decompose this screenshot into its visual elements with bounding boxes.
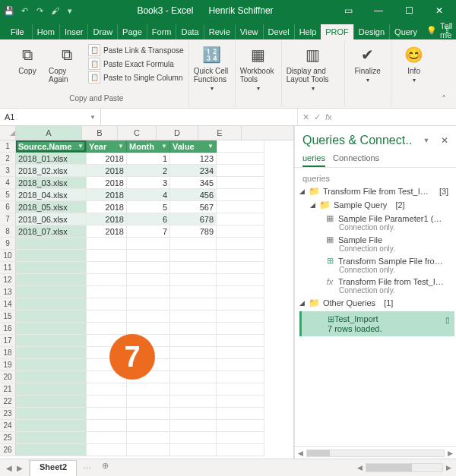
cell[interactable] <box>217 383 264 396</box>
cell[interactable] <box>16 274 87 286</box>
info-button[interactable]: 😊Info▾ <box>396 44 432 84</box>
cell[interactable] <box>127 262 170 274</box>
row-header[interactable]: 6 <box>0 201 16 213</box>
cell[interactable]: 2018 <box>87 201 127 213</box>
select-all-corner[interactable]: ◢ <box>0 126 16 140</box>
pane-close-icon[interactable]: ✕ <box>441 135 448 146</box>
cell[interactable] <box>217 153 264 165</box>
finalize-button[interactable]: ✔Finalize▾ <box>350 44 386 84</box>
cell[interactable]: 2018 <box>87 177 127 189</box>
worksheet-grid[interactable]: ◢ A B C D E 1Source.Name▼Year▼Month▼Valu… <box>0 126 294 459</box>
minimize-icon[interactable]: — <box>365 0 392 21</box>
cell[interactable] <box>217 371 264 383</box>
cell[interactable]: 2 <box>127 165 170 177</box>
group-transform-file[interactable]: ◢📁Transform File from Test_I… [3] <box>299 184 454 198</box>
cell[interactable]: 6 <box>127 213 170 225</box>
query-item[interactable]: ▦Sample File Parameter1 (…Connection onl… <box>299 212 454 233</box>
cell[interactable] <box>217 225 264 238</box>
redo-icon[interactable]: ↷ <box>33 5 46 17</box>
cell[interactable]: 456 <box>170 189 217 201</box>
cell[interactable]: 2018 <box>87 213 127 225</box>
cell[interactable] <box>127 238 170 250</box>
cell[interactable] <box>217 201 264 213</box>
scroll-right-icon[interactable]: ▶ <box>448 449 453 457</box>
cell[interactable] <box>217 262 264 274</box>
cell[interactable] <box>16 371 87 383</box>
cell[interactable] <box>217 444 264 456</box>
row-header[interactable]: 5 <box>0 189 16 201</box>
workbook-tools-button[interactable]: ▦Workbook Tools▾ <box>240 44 277 92</box>
row-header[interactable]: 9 <box>0 238 16 250</box>
cell[interactable] <box>127 311 170 323</box>
sheet-tab[interactable]: Sheet2 <box>30 460 77 476</box>
cell[interactable]: 5 <box>127 201 170 213</box>
query-item[interactable]: ▦Sample FileConnection only. <box>299 233 454 254</box>
col-header-d[interactable]: D <box>157 126 198 140</box>
row-header[interactable]: 14 <box>0 298 16 311</box>
collapse-icon[interactable]: ◢ <box>299 188 306 195</box>
tab-home[interactable]: Hom <box>32 24 59 39</box>
cancel-icon[interactable]: ✕ <box>302 112 309 122</box>
qat-more-icon[interactable]: ▾ <box>64 5 76 17</box>
quick-cell-functions-button[interactable]: 🔢Quick Cell Functions▾ <box>194 44 230 92</box>
cell[interactable]: 2018_03.xlsx <box>16 177 87 189</box>
tab-query[interactable]: Query <box>389 24 422 39</box>
tab-data[interactable]: Data <box>176 24 203 39</box>
row-header[interactable]: 19 <box>0 359 16 371</box>
cell[interactable]: 2018 <box>87 153 127 165</box>
cell[interactable] <box>16 347 87 359</box>
row-header[interactable]: 25 <box>0 432 16 444</box>
cell[interactable] <box>127 396 170 408</box>
row-header[interactable]: 4 <box>0 177 16 189</box>
copy-button[interactable]: ⧉Copy <box>9 44 46 75</box>
tell-me[interactable]: 💡Tell me <box>426 21 456 39</box>
cell[interactable] <box>16 359 87 371</box>
share-icon[interactable]: ⇪ <box>443 24 451 36</box>
cell[interactable]: 2018_07.xlsx <box>16 225 87 238</box>
cell[interactable] <box>87 262 127 274</box>
cell[interactable] <box>87 250 127 262</box>
copy-again-button[interactable]: ⧉Copy Again <box>49 44 85 84</box>
cell[interactable] <box>217 140 264 153</box>
tab-developer[interactable]: Devel <box>263 24 294 39</box>
display-layout-tools-button[interactable]: ▥Display and Layout Tools▾ <box>287 44 340 92</box>
col-header-e[interactable]: E <box>198 126 242 140</box>
pane-menu-icon[interactable]: ▼ <box>423 137 430 144</box>
cell[interactable] <box>16 396 87 408</box>
cell[interactable] <box>87 274 127 286</box>
cell[interactable] <box>127 444 170 456</box>
row-header[interactable]: 18 <box>0 347 16 359</box>
row-header[interactable]: 22 <box>0 396 16 408</box>
cell[interactable] <box>127 298 170 311</box>
tab-view[interactable]: View <box>235 24 263 39</box>
cell[interactable] <box>87 396 127 408</box>
name-box[interactable]: A1▼ <box>0 109 101 125</box>
pane-scrollbar[interactable]: ◀▶ <box>295 446 456 459</box>
row-header[interactable]: 23 <box>0 408 16 420</box>
brush-icon[interactable]: 🖌 <box>49 5 61 17</box>
cell[interactable] <box>87 323 127 335</box>
cell[interactable]: 2018 <box>87 165 127 177</box>
cell[interactable] <box>170 359 217 371</box>
cell[interactable] <box>170 335 217 347</box>
cell[interactable]: 7 <box>127 225 170 238</box>
cell[interactable] <box>127 420 170 432</box>
scroll-left-icon[interactable]: ◀ <box>298 449 303 457</box>
cell[interactable]: 345 <box>170 177 217 189</box>
col-header-a[interactable]: A <box>16 126 82 140</box>
cell[interactable] <box>170 250 217 262</box>
cell[interactable] <box>217 323 264 335</box>
table-header[interactable]: Month▼ <box>127 140 170 153</box>
paste-link-transpose-button[interactable]: 📋Paste Link & Transpose <box>88 44 184 56</box>
cell[interactable] <box>127 250 170 262</box>
cell[interactable] <box>16 298 87 311</box>
sheet-nav-prev-icon[interactable]: ◀ <box>6 464 12 472</box>
group-other-queries[interactable]: ◢📁Other Queries [1] <box>299 296 454 310</box>
cell[interactable] <box>16 311 87 323</box>
close-icon[interactable]: ✕ <box>426 0 453 21</box>
table-header[interactable]: Year▼ <box>87 140 127 153</box>
tab-review[interactable]: Revie <box>204 24 235 39</box>
tab-prof[interactable]: PROF <box>321 24 353 39</box>
sheet-nav-next-icon[interactable]: ▶ <box>17 464 23 472</box>
cell[interactable] <box>16 420 87 432</box>
